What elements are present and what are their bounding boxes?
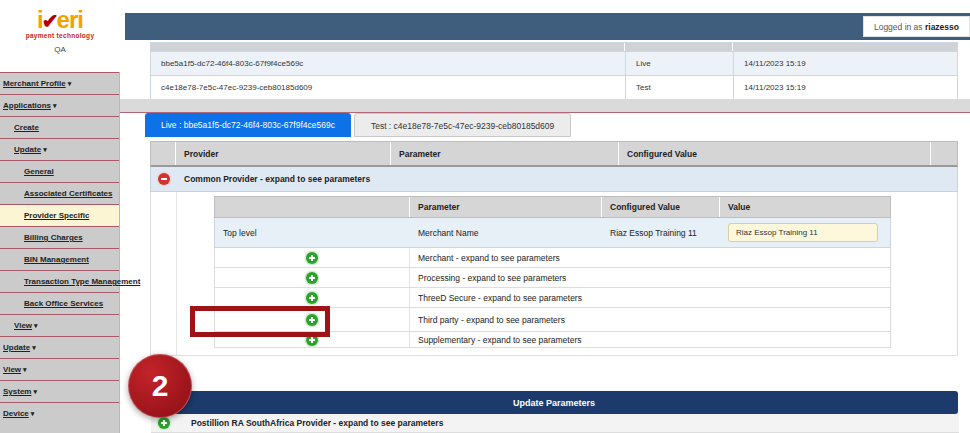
expand-row-threed-secure[interactable]: ThreeD Secure - expand to see parameters (214, 288, 891, 308)
annotation-step-badge: 2 (128, 354, 192, 418)
sidebar-menu: Merchant Profile▾ Applications▾ Create U… (0, 72, 120, 433)
chevron-down-icon: ▾ (23, 366, 27, 374)
logged-in-text: Logged in as (874, 22, 925, 32)
col-provider: Provider (176, 142, 391, 165)
provider-detail-area: Parameter Configured Value Value Top lev… (150, 192, 958, 356)
sidebar-item-view-2[interactable]: View▾ (0, 358, 119, 380)
expand-icon[interactable] (306, 272, 318, 284)
sidebar-item-bin-management[interactable]: BIN Management (0, 248, 119, 270)
col-configured-value: Configured Value (619, 142, 931, 165)
sidebar-item-update[interactable]: Update▾ (0, 138, 119, 160)
expand-icon[interactable] (306, 334, 318, 346)
postillion-provider-label: Postillion RA SouthAfrica Provider - exp… (176, 418, 443, 428)
sidebar-item-associated-certificates[interactable]: Associated Certificates (0, 182, 119, 204)
sidebar-item-billing-charges[interactable]: Billing Charges (0, 226, 119, 248)
col-parameter: Parameter (391, 142, 619, 165)
record-environment: Test (625, 76, 733, 99)
sidebar-item-create[interactable]: Create (0, 116, 119, 138)
application-tabs: Live : bbe5a1f5-dc72-46f4-803c-67f9f4ce5… (145, 113, 571, 137)
sidebar-item-transaction-type-management[interactable]: Transaction Type Management (0, 270, 119, 292)
common-provider-label: Common Provider - expand to see paramete… (176, 174, 370, 184)
parameter-name: Merchant Name (410, 218, 602, 247)
expand-row-merchant[interactable]: Merchant - expand to see parameters (214, 248, 891, 268)
provider-table: Provider Parameter Configured Value Comm… (150, 141, 958, 356)
record-row-live[interactable]: bbe5a1f5-dc72-46f4-803c-67f9f4ce569c Liv… (151, 51, 957, 75)
sidebar-item-view[interactable]: View▾ (0, 314, 119, 336)
sidebar-item-system[interactable]: System▾ (0, 380, 119, 402)
tab-live[interactable]: Live : bbe5a1f5-dc72-46f4-803c-67f9f4ce5… (145, 113, 351, 137)
chevron-down-icon: ▾ (43, 146, 47, 154)
brand-tagline: payment technology (0, 32, 120, 39)
iveri-logo: i✔eri (0, 8, 120, 33)
sidebar-item-device[interactable]: Device▾ (0, 402, 119, 424)
collapse-icon[interactable] (158, 173, 170, 185)
sidebar-item-merchant-profile[interactable]: Merchant Profile▾ (0, 72, 119, 94)
chevron-down-icon: ▾ (34, 322, 38, 330)
chevron-down-icon: ▾ (68, 80, 72, 88)
environment-label: QA (0, 45, 120, 54)
scope-label: Top level (215, 218, 410, 247)
expand-row-supplementary[interactable]: Supplementary - expand to see parameters (214, 332, 891, 348)
col-value: Value (720, 197, 890, 217)
parameter-table: Parameter Configured Value Value Top lev… (214, 196, 891, 348)
logo-text-rest: eri (57, 6, 83, 33)
application-records-table: bbe5a1f5-dc72-46f4-803c-67f9f4ce569c Liv… (150, 42, 958, 100)
merchant-name-input[interactable] (728, 223, 878, 242)
configured-value: Riaz Essop Training 11 (602, 218, 720, 247)
expand-icon[interactable] (158, 417, 170, 429)
expand-icon[interactable] (306, 314, 318, 326)
col-parameter: Parameter (410, 197, 602, 217)
chevron-down-icon: ▾ (31, 410, 35, 418)
record-timestamp: 14/11/2023 15:19 (733, 52, 957, 75)
record-guid: bbe5a1f5-dc72-46f4-803c-67f9f4ce569c (151, 52, 625, 75)
record-timestamp: 14/11/2023 15:19 (733, 76, 957, 99)
sidebar-item-provider-specific[interactable]: Provider Specific (0, 204, 119, 226)
expand-icon[interactable] (306, 252, 318, 264)
expand-row-processing[interactable]: Processing - expand to see parameters (214, 268, 891, 288)
sidebar-item-update-2[interactable]: Update▾ (0, 336, 119, 358)
chevron-down-icon: ▾ (53, 102, 57, 110)
postillion-provider-row[interactable]: Postillion RA SouthAfrica Provider - exp… (151, 413, 959, 433)
provider-table-header: Provider Parameter Configured Value (150, 141, 958, 167)
record-environment: Live (625, 52, 733, 75)
chevron-down-icon: ▾ (32, 344, 36, 352)
top-bar: Logged in as riazesso (125, 13, 970, 40)
update-parameters-button[interactable]: Update Parameters (150, 391, 958, 414)
sidebar-item-back-office-services[interactable]: Back Office Services (0, 292, 119, 314)
sidebar: i✔eri payment technology QA Merchant Pro… (0, 0, 120, 433)
record-row-test[interactable]: c4e18e78-7e5c-47ec-9239-ceb80185d609 Tes… (151, 75, 957, 99)
col-configured-value: Configured Value (602, 197, 720, 217)
expand-row-third-party[interactable]: Third party - expand to see parameters (214, 308, 891, 332)
section-divider (120, 99, 970, 113)
tab-test[interactable]: Test : c4e18e78-7e5c-47ec-9239-ceb80185d… (354, 113, 571, 137)
logo-block: i✔eri payment technology QA (0, 0, 120, 72)
parameter-table-header: Parameter Configured Value Value (214, 196, 891, 218)
sidebar-item-applications[interactable]: Applications▾ (0, 94, 119, 116)
logged-in-status: Logged in as riazesso (863, 16, 970, 37)
expand-icon[interactable] (306, 292, 318, 304)
records-header-sliver (151, 43, 957, 51)
top-level-row: Top level Merchant Name Riaz Essop Train… (214, 218, 891, 248)
record-guid: c4e18e78-7e5c-47ec-9239-ceb80185d609 (151, 76, 625, 99)
sidebar-item-general[interactable]: General (0, 160, 119, 182)
app-window: i✔eri payment technology QA Merchant Pro… (0, 0, 970, 433)
username: riazesso (925, 22, 959, 32)
common-provider-row[interactable]: Common Provider - expand to see paramete… (150, 167, 958, 192)
checkmark-icon: ✔ (42, 10, 58, 32)
chevron-down-icon: ▾ (33, 388, 37, 396)
